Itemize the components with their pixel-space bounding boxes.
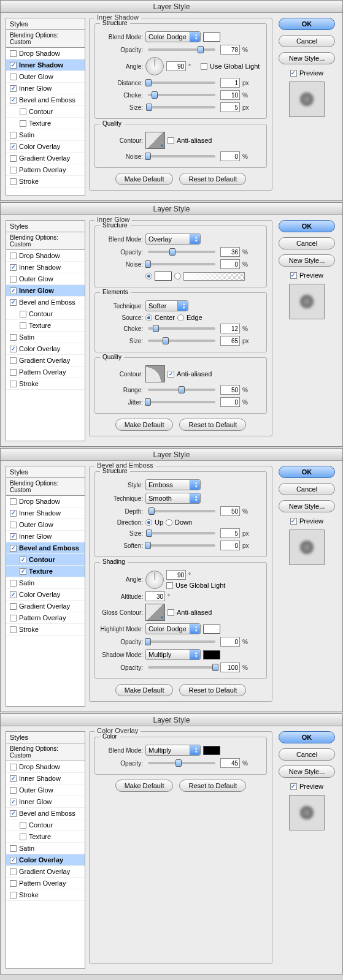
style-gradient-overlay[interactable]: Gradient Overlay	[6, 153, 85, 164]
style-outer-glow[interactable]: Outer Glow	[6, 273, 85, 285]
style-stroke[interactable]: Stroke	[6, 176, 85, 188]
opacity-input[interactable]	[220, 247, 240, 257]
noise-input[interactable]	[220, 151, 240, 161]
checkbox[interactable]	[20, 120, 26, 127]
style-gradient-overlay[interactable]: Gradient Overlay	[6, 866, 85, 878]
checkbox[interactable]	[10, 62, 17, 69]
checkbox[interactable]	[10, 155, 17, 162]
new-style-button[interactable]: New Style...	[279, 500, 335, 512]
style-stroke[interactable]: Stroke	[6, 889, 85, 901]
color-radio[interactable]	[145, 273, 152, 279]
range-slider[interactable]	[148, 389, 215, 391]
cancel-button[interactable]: Cancel	[279, 483, 335, 495]
reset-default-button[interactable]: Reset to Default	[179, 780, 246, 792]
soften-slider[interactable]	[148, 544, 215, 547]
angle-input[interactable]	[166, 61, 186, 71]
opacity-slider[interactable]	[148, 251, 215, 253]
ok-button[interactable]: OK	[279, 18, 335, 30]
range-input[interactable]	[220, 385, 240, 395]
use-global-light-checkbox[interactable]	[166, 582, 173, 589]
style-inner-glow[interactable]: Inner Glow	[6, 796, 85, 808]
highlight-opacity-slider[interactable]	[148, 640, 215, 643]
style-bevel-emboss[interactable]: Bevel and Emboss	[6, 808, 85, 819]
style-contour[interactable]: Contour	[6, 106, 85, 118]
source-edge-radio[interactable]	[177, 314, 184, 321]
highlight-mode-select[interactable]: Color Dodge▴▾	[145, 623, 201, 634]
shadow-opacity-slider[interactable]	[148, 666, 215, 669]
gradient-radio[interactable]	[174, 273, 181, 279]
highlight-color-swatch[interactable]	[203, 625, 220, 634]
preview-checkbox[interactable]	[290, 518, 297, 525]
blend-mode-select[interactable]: Multiply▴▾	[145, 745, 201, 756]
angle-dial[interactable]	[145, 571, 164, 589]
reset-default-button[interactable]: Reset to Default	[179, 173, 246, 185]
cancel-button[interactable]: Cancel	[279, 748, 335, 761]
style-inner-shadow[interactable]: Inner Shadow	[6, 262, 85, 273]
preview-checkbox[interactable]	[290, 272, 297, 279]
reset-default-button[interactable]: Reset to Default	[179, 419, 246, 431]
size-input[interactable]	[220, 102, 240, 112]
altitude-input[interactable]	[145, 591, 165, 601]
cancel-button[interactable]: Cancel	[279, 237, 335, 249]
checkbox[interactable]	[10, 178, 17, 185]
angle-input[interactable]	[166, 570, 186, 580]
choke-input[interactable]	[220, 324, 240, 333]
style-bevel-emboss[interactable]: Bevel and Emboss	[6, 542, 85, 554]
overlay-color-swatch[interactable]	[203, 746, 220, 755]
make-default-button[interactable]: Make Default	[115, 173, 174, 185]
checkbox[interactable]	[10, 85, 17, 92]
contour-picker[interactable]: ▾	[145, 132, 165, 149]
checkbox[interactable]	[10, 50, 17, 57]
contour-picker[interactable]: ▾	[145, 365, 165, 382]
make-default-button[interactable]: Make Default	[115, 419, 174, 431]
style-texture[interactable]: Texture	[6, 118, 85, 129]
style-color-overlay[interactable]: Color Overlay	[6, 343, 85, 355]
shadow-mode-select[interactable]: Multiply▴▾	[145, 649, 201, 660]
reset-default-button[interactable]: Reset to Default	[179, 684, 246, 696]
noise-slider[interactable]	[148, 155, 215, 158]
preview-checkbox[interactable]	[290, 783, 297, 790]
style-texture[interactable]: Texture	[6, 831, 85, 843]
blending-options[interactable]: Blending Options: Custom	[6, 30, 85, 48]
opacity-slider[interactable]	[148, 762, 215, 764]
style-pattern-overlay[interactable]: Pattern Overlay	[6, 878, 85, 889]
color-swatch[interactable]	[203, 32, 220, 42]
opacity-slider[interactable]	[148, 48, 215, 51]
style-satin[interactable]: Satin	[6, 332, 85, 343]
style-drop-shadow[interactable]: Drop Shadow	[6, 48, 85, 59]
style-texture[interactable]: Texture	[6, 566, 85, 577]
style-outer-glow[interactable]: Outer Glow	[6, 519, 85, 531]
style-stroke[interactable]: Stroke	[6, 624, 85, 636]
technique-select[interactable]: Softer▴▾	[145, 300, 188, 311]
distance-slider[interactable]	[148, 82, 215, 84]
style-drop-shadow[interactable]: Drop Shadow	[6, 250, 85, 262]
blending-options[interactable]: Blending Options: Custom	[6, 232, 85, 250]
checkbox[interactable]	[10, 97, 17, 104]
size-slider[interactable]	[148, 106, 215, 108]
style-satin[interactable]: Satin	[6, 129, 85, 141]
checkbox[interactable]	[10, 74, 17, 80]
style-contour[interactable]: Contour	[6, 819, 85, 831]
style-inner-shadow[interactable]: Inner Shadow	[6, 507, 85, 519]
style-gradient-overlay[interactable]: Gradient Overlay	[6, 355, 85, 367]
ok-button[interactable]: OK	[279, 466, 335, 478]
style-drop-shadow[interactable]: Drop Shadow	[6, 761, 85, 773]
new-style-button[interactable]: New Style...	[279, 52, 335, 64]
styles-header[interactable]: Styles	[6, 221, 85, 232]
checkbox[interactable]	[10, 143, 17, 150]
style-inner-glow[interactable]: Inner Glow	[6, 285, 85, 297]
style-outer-glow[interactable]: Outer Glow	[6, 71, 85, 83]
anti-aliased-checkbox[interactable]	[168, 137, 174, 144]
blend-mode-select[interactable]: Color Dodge▴▾	[145, 31, 201, 42]
anti-aliased-checkbox[interactable]	[168, 371, 174, 378]
highlight-opacity-input[interactable]	[220, 637, 240, 647]
size-input[interactable]	[220, 528, 240, 538]
size-slider[interactable]	[148, 340, 215, 342]
size-slider[interactable]	[148, 532, 215, 534]
style-satin[interactable]: Satin	[6, 843, 85, 854]
angle-dial[interactable]	[145, 57, 164, 75]
style-select[interactable]: Emboss▴▾	[145, 479, 201, 490]
size-input[interactable]	[220, 336, 240, 346]
style-inner-glow[interactable]: Inner Glow	[6, 83, 85, 94]
style-outer-glow[interactable]: Outer Glow	[6, 784, 85, 796]
